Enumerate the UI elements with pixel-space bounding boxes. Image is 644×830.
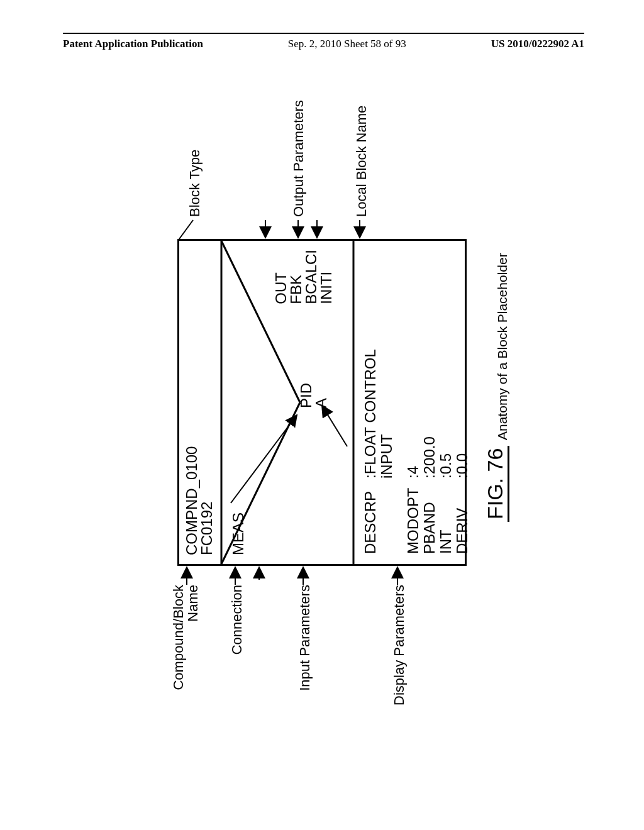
figure-rotated-group: COMPND_0100 FC0192 MEAS PID A OUT FBK BC… — [133, 113, 511, 692]
disp-INT-val: :0.5 — [438, 346, 453, 479]
name-line2: FC0192 — [198, 502, 215, 555]
input-connection: MEAS — [230, 512, 247, 555]
disp-DERIV-lbl: DERIV — [455, 480, 470, 554]
callout-connection: Connection — [229, 585, 245, 655]
block-placeholder-box: COMPND_0100 FC0192 MEAS PID A OUT FBK BC… — [177, 239, 467, 566]
block-center-label: PID A — [299, 383, 329, 408]
out-param-2: BCALCI — [303, 250, 319, 304]
compound-block-name: COMPND_0100 FC0192 — [184, 446, 214, 555]
local-block-name-text: A — [313, 398, 330, 408]
out-param-1: FBK — [287, 275, 304, 304]
out-param-3: INITI — [318, 272, 335, 304]
disp-DESCRP-lbl: DESCRP — [363, 480, 378, 554]
figure-subtitle: Anatomy of a Block Placeholder — [495, 253, 510, 440]
disp-INPUT-lbl: iNPUT — [379, 346, 394, 479]
block-type-text: PID — [297, 383, 314, 408]
disp-DERIV-val: :0.0 — [455, 346, 470, 479]
page: Patent Application Publication Sep. 2, 2… — [0, 0, 644, 830]
disp-DESCRP-val: :FLOAT CONTROL — [363, 346, 378, 479]
callout-display-parameters: Display Parameters — [391, 585, 408, 706]
disp-PBAND-val: :200.0 — [422, 346, 437, 479]
header-center: Sep. 2, 2010 Sheet 58 of 93 — [288, 38, 406, 50]
out-param-0: OUT — [272, 272, 289, 304]
output-parameters-list: OUT FBK BCALCI INITI — [274, 250, 334, 304]
callout-compound-block-name: Compound/BlockName — [171, 585, 200, 690]
callout-block-type: Block Type — [187, 150, 203, 217]
arrow-block-type — [179, 220, 193, 239]
disp-MODOPT-lbl: MODOPT — [406, 480, 421, 554]
page-header: Patent Application Publication Sep. 2, 2… — [63, 33, 584, 50]
figure-number: FIG. 76 — [484, 446, 509, 522]
disp-MODOPT-val: :4 — [406, 346, 421, 479]
callout-output-parameters: Output Parameters — [291, 100, 307, 217]
disp-PBAND-lbl: PBAND — [422, 480, 437, 554]
header-right: US 2010/0222902 A1 — [491, 38, 584, 50]
disp-INT-lbl: INT — [438, 480, 453, 554]
callout-local-block-name: Local Block Name — [353, 106, 370, 217]
name-line1: COMPND_0100 — [183, 446, 200, 555]
display-parameters: DESCRP :FLOAT CONTROL iNPUT MODOPT :4 PB… — [362, 345, 471, 555]
header-left: Patent Application Publication — [63, 38, 203, 50]
callout-input-parameters: Input Parameters — [297, 585, 313, 691]
